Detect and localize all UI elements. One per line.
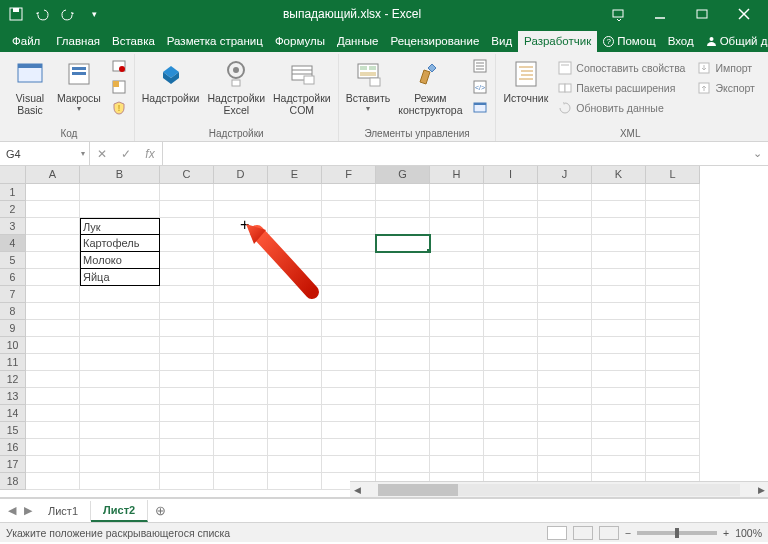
xml-map-props[interactable]: Сопоставить свойства xyxy=(555,58,688,77)
visual-basic-button[interactable]: Visual Basic xyxy=(8,56,52,118)
cell[interactable] xyxy=(376,388,430,405)
cell[interactable] xyxy=(376,320,430,337)
cell[interactable] xyxy=(26,201,80,218)
select-all-corner[interactable] xyxy=(0,166,26,184)
row-header[interactable]: 11 xyxy=(0,354,26,371)
tab-file[interactable]: Файл xyxy=(2,31,50,52)
cell[interactable] xyxy=(430,388,484,405)
cell[interactable] xyxy=(538,320,592,337)
cell[interactable]: Лук xyxy=(80,218,160,235)
cell[interactable] xyxy=(160,337,214,354)
cell[interactable] xyxy=(322,252,376,269)
cell[interactable] xyxy=(80,473,160,490)
run-dialog-icon[interactable] xyxy=(469,98,491,118)
cell[interactable] xyxy=(376,405,430,422)
cell[interactable] xyxy=(214,337,268,354)
row-header[interactable]: 14 xyxy=(0,405,26,422)
cell[interactable] xyxy=(322,456,376,473)
cell[interactable] xyxy=(268,439,322,456)
cell[interactable] xyxy=(80,405,160,422)
cell[interactable] xyxy=(538,439,592,456)
cell[interactable] xyxy=(268,269,322,286)
cell[interactable] xyxy=(26,337,80,354)
cell[interactable] xyxy=(26,218,80,235)
cell[interactable] xyxy=(322,337,376,354)
row-header[interactable]: 4 xyxy=(0,235,26,252)
cell[interactable] xyxy=(214,473,268,490)
cell[interactable] xyxy=(214,354,268,371)
cell[interactable] xyxy=(430,456,484,473)
row-header[interactable]: 18 xyxy=(0,473,26,490)
excel-addins-button[interactable]: Надстройки Excel xyxy=(204,56,268,118)
cell[interactable]: Картофель xyxy=(80,235,160,252)
cell[interactable] xyxy=(646,184,700,201)
cell[interactable] xyxy=(592,354,646,371)
row-header[interactable]: 12 xyxy=(0,371,26,388)
cell[interactable] xyxy=(430,337,484,354)
cell[interactable] xyxy=(268,354,322,371)
cell[interactable] xyxy=(376,337,430,354)
cell[interactable] xyxy=(214,405,268,422)
cell[interactable] xyxy=(646,388,700,405)
row-header[interactable]: 6 xyxy=(0,269,26,286)
cell[interactable] xyxy=(322,184,376,201)
cell[interactable] xyxy=(376,354,430,371)
cell[interactable] xyxy=(322,371,376,388)
name-box[interactable]: G4▾ xyxy=(0,142,90,165)
cell[interactable] xyxy=(592,286,646,303)
cell[interactable] xyxy=(484,354,538,371)
cell[interactable] xyxy=(484,235,538,252)
col-header-E[interactable]: E xyxy=(268,166,322,184)
cell[interactable] xyxy=(376,235,430,252)
zoom-out-icon[interactable]: − xyxy=(625,527,631,539)
cell[interactable] xyxy=(160,388,214,405)
cell[interactable] xyxy=(268,320,322,337)
cell[interactable] xyxy=(268,218,322,235)
cell[interactable] xyxy=(430,201,484,218)
page-layout-view-icon[interactable] xyxy=(573,526,593,540)
cell[interactable] xyxy=(26,252,80,269)
cell[interactable] xyxy=(80,388,160,405)
cell[interactable] xyxy=(214,303,268,320)
cell[interactable] xyxy=(592,405,646,422)
cell[interactable] xyxy=(80,439,160,456)
cell[interactable] xyxy=(214,388,268,405)
cell[interactable] xyxy=(646,337,700,354)
cell[interactable] xyxy=(376,218,430,235)
cell[interactable] xyxy=(538,235,592,252)
row-header[interactable]: 3 xyxy=(0,218,26,235)
cell[interactable] xyxy=(430,405,484,422)
cell[interactable] xyxy=(538,422,592,439)
row-header[interactable]: 16 xyxy=(0,439,26,456)
cell[interactable] xyxy=(160,184,214,201)
cell[interactable] xyxy=(26,269,80,286)
cell[interactable] xyxy=(484,371,538,388)
horizontal-scrollbar[interactable]: ◀▶ xyxy=(350,481,768,497)
cell[interactable] xyxy=(26,422,80,439)
cancel-formula-icon[interactable]: ✕ xyxy=(90,142,114,165)
cell[interactable] xyxy=(430,286,484,303)
cell[interactable] xyxy=(268,422,322,439)
cell[interactable] xyxy=(214,235,268,252)
cell[interactable] xyxy=(80,456,160,473)
undo-icon[interactable] xyxy=(30,3,54,25)
design-mode-button[interactable]: Режим конструктора xyxy=(395,56,465,118)
worksheet-grid[interactable]: ABCDEFGHIJKL 123Лук4Картофель5Молоко6Яйц… xyxy=(0,166,768,498)
col-header-H[interactable]: H xyxy=(430,166,484,184)
cell[interactable] xyxy=(160,456,214,473)
cell[interactable] xyxy=(322,439,376,456)
zoom-slider[interactable] xyxy=(637,531,717,535)
expand-formula-icon[interactable]: ⌄ xyxy=(746,142,768,165)
insert-control-button[interactable]: Вставить▾ xyxy=(343,56,394,115)
xml-expansion[interactable]: Пакеты расширения xyxy=(555,78,688,97)
cell[interactable] xyxy=(322,405,376,422)
cell[interactable] xyxy=(538,388,592,405)
cell[interactable] xyxy=(430,235,484,252)
cell[interactable] xyxy=(160,235,214,252)
redo-icon[interactable] xyxy=(56,3,80,25)
xml-export[interactable]: Экспорт xyxy=(694,78,757,97)
cell[interactable] xyxy=(80,320,160,337)
formula-input[interactable] xyxy=(163,142,746,165)
cell[interactable] xyxy=(322,201,376,218)
record-macro-icon[interactable] xyxy=(108,56,130,76)
